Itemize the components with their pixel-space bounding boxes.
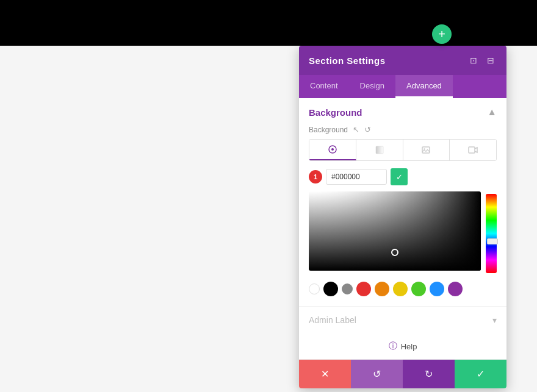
bg-type-image[interactable] [403,140,450,160]
swatch-blue[interactable] [430,282,444,296]
color-gradient-box[interactable] [309,191,481,271]
section-collapse-icon[interactable]: ▲ [487,107,497,118]
svg-rect-3 [422,147,430,153]
reset-bg-icon[interactable]: ↺ [364,125,371,134]
hex-row: 1 ✓ [309,168,497,185]
admin-chevron-icon: ▾ [492,315,497,325]
panel-body: Background ▲ Background ↖ ↺ [299,98,506,388]
swatch-orange[interactable] [375,282,389,296]
cursor-icon[interactable]: ↖ [353,125,359,134]
swatch-red[interactable] [356,282,371,296]
hex-confirm-button[interactable]: ✓ [391,168,408,185]
admin-label-section[interactable]: Admin Label ▾ [299,307,506,333]
swatch-yellow[interactable] [393,282,408,296]
collapse-icon[interactable]: ⊟ [485,54,497,66]
gradient-handle[interactable] [391,249,398,256]
svg-rect-2 [376,146,383,154]
color-picker-area: 1 ✓ [299,168,506,306]
section-settings-panel: Section Settings ⊡ ⊟ Content Design Adva… [299,46,506,388]
bg-type-color[interactable] [309,140,356,160]
swatch-black[interactable] [323,282,338,296]
help-row: ⓘ Help [299,333,506,359]
swatch-purple[interactable] [448,282,463,296]
tab-advanced[interactable]: Advanced [395,75,453,98]
save-button[interactable]: ✓ [455,360,506,388]
panel-title: Section Settings [309,55,386,66]
svg-rect-5 [469,147,475,153]
hue-slider[interactable] [486,194,497,273]
section-header: Background ▲ [299,98,506,124]
panel-header: Section Settings ⊡ ⊟ [299,46,506,75]
reset-button[interactable]: ↺ [351,360,403,388]
help-text: Help [401,342,417,351]
cancel-button[interactable]: ✕ [299,360,351,388]
color-swatches-row [309,282,497,296]
redo-button[interactable]: ↻ [403,360,455,388]
background-section: Background ▲ Background ↖ ↺ [299,98,506,307]
add-section-button[interactable]: + [432,24,452,44]
tab-bar: Content Design Advanced [299,75,506,98]
brightness-overlay [309,191,481,271]
bg-type-video[interactable] [450,140,496,160]
top-bar [0,0,537,46]
panel-header-icons: ⊡ ⊟ [467,54,497,66]
action-bar: ✕ ↺ ↻ ✓ [299,359,506,388]
bg-type-tabs [309,139,497,161]
svg-point-4 [424,148,425,149]
color-number-badge: 1 [309,170,322,184]
bg-label-row: Background ↖ ↺ [299,124,506,139]
swatch-green[interactable] [411,282,426,296]
hex-input[interactable] [326,169,387,185]
help-icon[interactable]: ⓘ [389,341,397,352]
swatch-white[interactable] [309,283,320,294]
color-gradient-hue-area [309,191,497,276]
section-title: Background [309,107,362,118]
bg-label-text: Background [309,126,348,134]
fullscreen-icon[interactable]: ⊡ [467,54,480,66]
bg-type-gradient[interactable] [356,140,403,160]
svg-point-1 [331,148,334,151]
tab-design[interactable]: Design [349,75,395,98]
admin-label-text: Admin Label [309,315,356,325]
swatch-gray[interactable] [342,283,353,294]
hue-handle[interactable] [487,238,498,244]
tab-content[interactable]: Content [299,75,349,98]
